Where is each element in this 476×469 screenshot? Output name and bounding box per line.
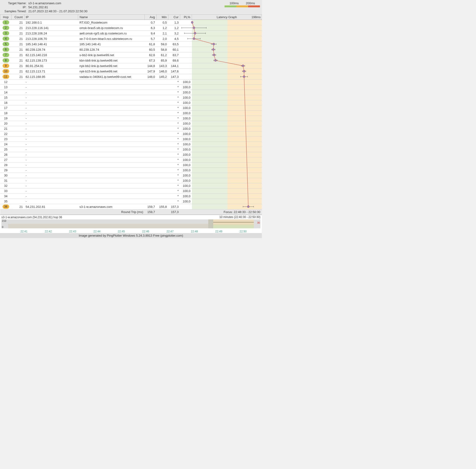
cell-count: 21 [12, 47, 24, 52]
cell-count [12, 173, 24, 178]
legend-100ms: 100ms [230, 1, 239, 5]
table-row[interactable]: 6 21 80.239.128.74 80.239.128.74 60,5 58… [0, 47, 262, 52]
table-row[interactable]: 26 - * 100,0 [0, 152, 262, 157]
table-row[interactable]: 11 21 62.115.168.95 vadata-ic-340641.ip.… [0, 74, 262, 80]
cell-pl: 100,0 [180, 126, 192, 131]
cell-ip: 213.228.116.141 [24, 25, 78, 31]
table-row[interactable]: 25 - * 100,0 [0, 147, 262, 152]
table-row[interactable]: 15 - * 100,0 [0, 95, 262, 100]
table-row[interactable]: 23 - * 100,0 [0, 137, 262, 142]
table-row[interactable]: 19 - * 100,0 [0, 116, 262, 121]
cell-count [12, 90, 24, 95]
cell-avg [145, 116, 156, 121]
table-row[interactable]: 9 21 80.91.254.91 nyk-bb2-link.ip.twelve… [0, 63, 262, 69]
cell-name [78, 157, 145, 162]
cell-avg: 9,4 [145, 31, 156, 36]
cell-name [78, 116, 145, 121]
legend-200ms: 200ms [246, 1, 255, 5]
cell-cur: 63,5 [168, 42, 180, 47]
cell-min [156, 178, 168, 183]
cell-graph [192, 199, 262, 204]
table-row[interactable]: 36 21 54.231.202.81 s3-1-w.amazonaws.com… [0, 204, 262, 210]
table-row[interactable]: 29 - * 100,0 [0, 168, 262, 173]
cell-graph [192, 42, 262, 47]
table-row[interactable]: 12 - * 100,0 [0, 80, 262, 85]
table-row[interactable]: 30 - * 100,0 [0, 173, 262, 178]
table-row[interactable]: 14 - * 100,0 [0, 90, 262, 95]
cell-graph [192, 189, 262, 194]
cell-graph [192, 121, 262, 126]
cell-count [12, 194, 24, 199]
cell-pl [180, 20, 192, 25]
table-row[interactable]: 18 - * 100,0 [0, 111, 262, 116]
table-row[interactable]: 4 21 213.228.106.70 xe-7-0-0.tom-bbar3.n… [0, 36, 262, 42]
cell-cur: * [168, 131, 180, 137]
cell-pl: 100,0 [180, 189, 192, 194]
cell-pl: 100,0 [180, 147, 192, 152]
col-cur[interactable]: Cur [168, 15, 180, 20]
table-row[interactable]: 32 - * 100,0 [0, 183, 262, 189]
cell-graph [192, 25, 262, 31]
cell-count [12, 95, 24, 100]
cell-graph [192, 36, 262, 42]
table-row[interactable]: 10 21 62.115.113.71 nyk-b15-link.ip.twel… [0, 69, 262, 74]
timeline-graph[interactable]: 210 0 30 [1, 219, 260, 228]
cell-pl: 100,0 [180, 162, 192, 168]
table-row[interactable]: 13 - * 100,0 [0, 85, 262, 90]
table-row[interactable]: 3 21 213.228.106.24 ae8.omsk-rgr5.sib.ip… [0, 31, 262, 36]
cell-avg: 148,0 [145, 74, 156, 80]
col-min[interactable]: Min [156, 15, 168, 20]
table-row[interactable]: 31 - * 100,0 [0, 178, 262, 183]
col-count[interactable]: Count [12, 15, 24, 20]
cell-graph [192, 80, 262, 85]
cell-name: kbn-bb6-link.ip.twelve99.net [78, 58, 145, 63]
col-name[interactable]: Name [78, 15, 145, 20]
table-row[interactable]: 2 21 213.228.116.141 omsk-bras5.sib.ip.r… [0, 25, 262, 31]
table-row[interactable]: 28 - * 100,0 [0, 162, 262, 168]
table-row[interactable]: 7 21 62.115.140.216 s-bb2-link.ip.twelve… [0, 52, 262, 58]
cell-cur: * [168, 178, 180, 183]
cell-count [12, 152, 24, 157]
cell-cur: * [168, 100, 180, 105]
cell-avg: 62,6 [145, 52, 156, 58]
cell-name: vadata-ic-340641.ip.twelve99-cust.net [78, 74, 145, 80]
table-row[interactable]: 20 - * 100,0 [0, 121, 262, 126]
col-hop[interactable]: Hop [0, 15, 12, 20]
table-row[interactable]: 35 - * 100,0 [0, 199, 262, 204]
cell-cur: 147,3 [168, 74, 180, 80]
cell-min: 58,8 [156, 47, 168, 52]
col-graph[interactable]: Latency Graph 198ms [192, 15, 262, 20]
cell-avg [145, 111, 156, 116]
col-avg[interactable]: Avg [145, 15, 156, 20]
table-row[interactable]: 34 - * 100,0 [0, 194, 262, 199]
cell-pl [180, 63, 192, 69]
table-row[interactable]: 24 - * 100,0 [0, 142, 262, 147]
table-row[interactable]: 33 - * 100,0 [0, 189, 262, 194]
table-row[interactable]: 5 21 185.140.148.41 185.140.148.41 61,8 … [0, 42, 262, 47]
cell-min [156, 80, 168, 85]
col-ip[interactable]: IP [24, 15, 78, 20]
cell-cur: 69,6 [168, 58, 180, 63]
cell-ip: 62.115.140.216 [24, 52, 78, 58]
col-pl[interactable]: PL% [180, 15, 192, 20]
cell-cur: 60,1 [168, 47, 180, 52]
hop-badge: 1 [3, 20, 9, 25]
table-row[interactable]: 8 21 62.115.139.173 kbn-bb6-link.ip.twel… [0, 58, 262, 63]
table-row[interactable]: 27 - * 100,0 [0, 157, 262, 162]
cell-min [156, 147, 168, 152]
table-row[interactable]: 1 21 192.168.0.1 RT.IGD_Rostelecom 0,7 0… [0, 20, 262, 25]
cell-name [78, 90, 145, 95]
cell-graph [192, 168, 262, 173]
cell-name [78, 189, 145, 194]
cell-graph [192, 152, 262, 157]
cell-graph [192, 131, 262, 137]
table-row[interactable]: 21 - * 100,0 [0, 126, 262, 131]
table-row[interactable]: 17 - * 100,0 [0, 105, 262, 111]
cell-cur: * [168, 111, 180, 116]
cell-pl [180, 204, 192, 210]
table-row[interactable]: 16 - * 100,0 [0, 100, 262, 105]
cell-cur: * [168, 126, 180, 131]
cell-count: 21 [12, 63, 24, 69]
timeline-tick: 22:46 [142, 230, 149, 233]
table-row[interactable]: 22 - * 100,0 [0, 131, 262, 137]
